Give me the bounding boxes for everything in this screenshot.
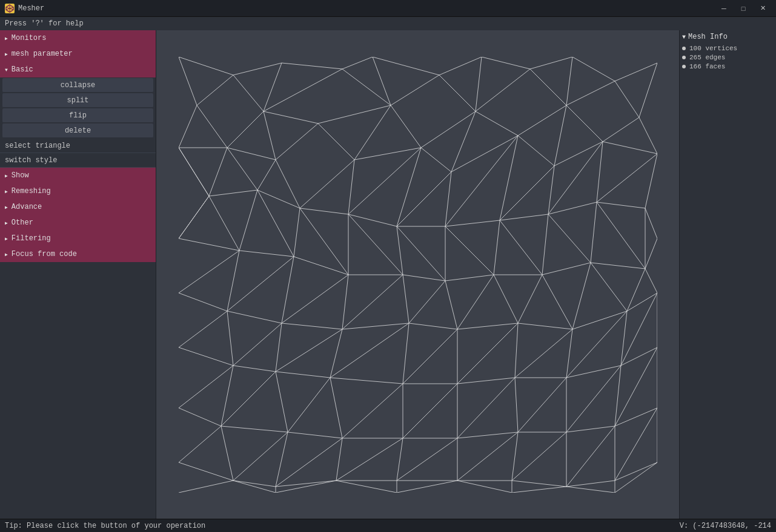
close-button[interactable]: ✕ [754, 2, 771, 15]
titlebar-controls: ─ □ ✕ [715, 2, 771, 15]
mesh-info-triangle-icon: ▼ [682, 34, 686, 41]
vertices-bullet [682, 47, 686, 50]
status-coordinates: V: (-2147483648, -214 [680, 522, 771, 530]
other-label: Other [12, 218, 33, 227]
select-triangle-item[interactable]: select triangle [0, 139, 156, 153]
maximize-button[interactable]: □ [735, 2, 752, 15]
mesh-parameter-label: mesh parameter [12, 50, 73, 58]
titlebar-left: Mesher [5, 4, 44, 13]
svg-rect-5 [179, 57, 657, 493]
monitors-label: Monitors [12, 34, 47, 42]
sidebar-item-remeshing[interactable]: ▶ Remeshing [0, 183, 156, 199]
content: ▶ Monitors ▶ mesh parameter ▼ Basic coll… [0, 30, 776, 519]
advance-collapse-icon: ▶ [5, 205, 8, 210]
edges-count: 265 edges [689, 54, 725, 61]
basic-collapse-icon: ▼ [5, 67, 8, 73]
remeshing-label: Remeshing [12, 187, 51, 195]
flip-button[interactable]: flip [2, 108, 153, 123]
faces-count: 166 faces [689, 63, 725, 70]
vertices-count: 100 vertices [689, 45, 737, 52]
titlebar-title: Mesher [18, 4, 44, 13]
sidebar-item-monitors[interactable]: ▶ Monitors [0, 30, 156, 46]
split-button[interactable]: split [2, 93, 153, 108]
right-panel: ▼ Mesh Info 100 vertices 265 edges 166 f… [679, 30, 776, 519]
advance-label: Advance [12, 203, 42, 211]
faces-info: 166 faces [682, 63, 774, 70]
sidebar-item-other[interactable]: ▶ Other [0, 215, 156, 231]
help-hint: Press '?' for help [5, 19, 84, 28]
filtering-collapse-icon: ▶ [5, 236, 8, 241]
collapse-button[interactable]: collapse [2, 78, 153, 93]
sidebar-item-mesh-parameter[interactable]: ▶ mesh parameter [0, 46, 156, 62]
sidebar-item-filtering[interactable]: ▶ Filtering [0, 231, 156, 246]
app-icon [5, 4, 15, 13]
edges-info: 265 edges [682, 54, 774, 61]
vertices-info: 100 vertices [682, 45, 774, 52]
mesh-info-header: ▼ Mesh Info [682, 33, 774, 41]
switch-style-item[interactable]: switch style [0, 153, 156, 168]
status-tip: Tip: Please click the button of your ope… [5, 522, 205, 530]
sidebar: ▶ Monitors ▶ mesh parameter ▼ Basic coll… [0, 30, 156, 519]
titlebar: Mesher ─ □ ✕ [0, 0, 776, 17]
faces-bullet [682, 65, 686, 68]
info-bar: Press '?' for help [0, 17, 776, 30]
filtering-label: Filtering [12, 234, 51, 243]
minimize-button[interactable]: ─ [715, 2, 732, 15]
mesh-canvas [179, 57, 657, 493]
canvas-area[interactable] [156, 30, 679, 519]
mesh-info-title: Mesh Info [688, 33, 728, 41]
sidebar-item-show[interactable]: ▶ Show [0, 168, 156, 183]
basic-label: Basic [12, 65, 33, 74]
other-collapse-icon: ▶ [5, 220, 8, 226]
show-label: Show [12, 171, 29, 180]
show-collapse-icon: ▶ [5, 173, 8, 179]
main-area: Press '?' for help ▶ Monitors ▶ mesh par… [0, 17, 776, 532]
focus-from-code-collapse-icon: ▶ [5, 252, 8, 257]
sidebar-item-advance[interactable]: ▶ Advance [0, 199, 156, 215]
edges-bullet [682, 56, 686, 59]
delete-button[interactable]: delete [2, 123, 153, 138]
focus-from-code-label: Focus from code [12, 250, 77, 258]
status-bar: Tip: Please click the button of your ope… [0, 519, 776, 532]
monitors-collapse-icon: ▶ [5, 36, 8, 41]
mesh-parameter-collapse-icon: ▶ [5, 51, 8, 57]
sidebar-item-focus-from-code[interactable]: ▶ Focus from code [0, 246, 156, 262]
sidebar-item-basic[interactable]: ▼ Basic [0, 62, 156, 77]
remeshing-collapse-icon: ▶ [5, 189, 8, 194]
